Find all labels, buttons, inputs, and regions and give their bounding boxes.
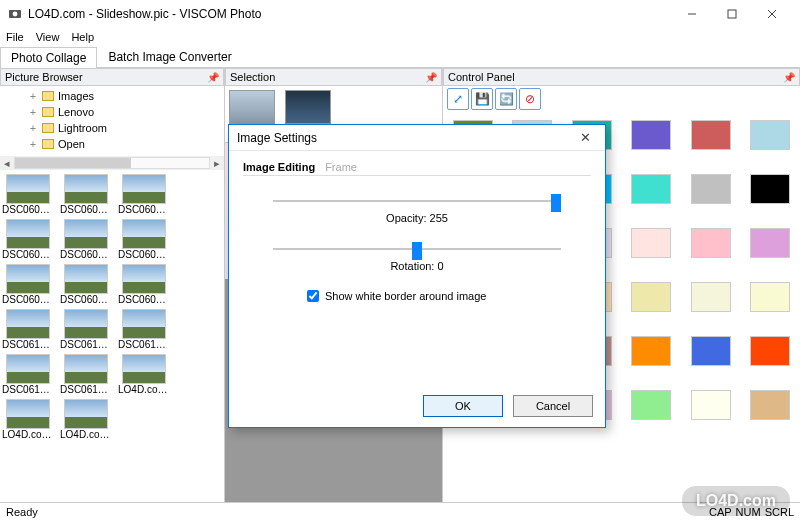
thumbnail[interactable]: LO4D.com - Star Fish.jp.. <box>60 399 112 440</box>
thumbnail-caption: DSC06102.. <box>2 339 54 350</box>
thumbnail[interactable]: DSC06075.. <box>2 219 54 260</box>
thumbnail[interactable]: DSC06055.. <box>60 174 112 215</box>
thumbnail-image <box>6 264 50 294</box>
template-thumb[interactable] <box>691 390 731 420</box>
template-thumb[interactable] <box>631 390 671 420</box>
template-thumb[interactable] <box>750 336 790 366</box>
scroll-left-icon[interactable]: ◂ <box>0 157 14 170</box>
folder-tree[interactable]: +Images +Lenovo +Lightroom +Open <box>0 86 224 156</box>
refresh-icon[interactable]: 🔄 <box>495 88 517 110</box>
thumbnail[interactable]: DSC06087.. <box>2 264 54 305</box>
template-thumb[interactable] <box>691 120 731 150</box>
white-border-checkbox[interactable]: Show white border around image <box>307 290 591 302</box>
template-thumb[interactable] <box>691 174 731 204</box>
thumbnail[interactable]: DSC06106.. <box>60 354 112 395</box>
thumbnail-image <box>122 264 166 294</box>
opacity-slider[interactable] <box>273 192 561 210</box>
dialog-titlebar[interactable]: Image Settings ✕ <box>229 125 605 151</box>
thumbnail-image <box>6 219 50 249</box>
template-thumb[interactable] <box>691 282 731 312</box>
thumbnail[interactable]: DSC06080.. <box>118 219 170 260</box>
scroll-right-icon[interactable]: ▸ <box>210 157 224 170</box>
pin-icon[interactable]: 📌 <box>207 72 219 83</box>
svg-rect-3 <box>728 10 736 18</box>
selection-thumb[interactable] <box>285 90 331 124</box>
template-thumb[interactable] <box>631 336 671 366</box>
thumbnail-image <box>122 174 166 204</box>
menu-file[interactable]: File <box>4 31 26 43</box>
dialog-body: Image Editing Frame Opacity: 255 Rotatio… <box>229 151 605 387</box>
cancel-button[interactable]: Cancel <box>513 395 593 417</box>
rotation-slider[interactable] <box>273 240 561 258</box>
picture-browser-header: Picture Browser 📌 <box>0 68 224 86</box>
checkbox-label: Show white border around image <box>325 290 486 302</box>
thumbnail-caption: DSC06066.. <box>118 204 170 215</box>
thumbnail-caption: LO4D.com - Fritz.tif <box>2 429 54 440</box>
thumbnail[interactable]: DSC06052.. <box>2 174 54 215</box>
tab-image-editing[interactable]: Image Editing <box>243 159 315 175</box>
save-icon[interactable]: 💾 <box>471 88 493 110</box>
thumbnail[interactable]: DSC06078.. <box>60 219 112 260</box>
thumbnail-image <box>64 219 108 249</box>
minimize-button[interactable] <box>672 2 712 26</box>
delete-icon[interactable]: ⊘ <box>519 88 541 110</box>
template-thumb[interactable] <box>750 228 790 258</box>
tab-batch-converter[interactable]: Batch Image Converter <box>97 46 242 67</box>
template-thumb[interactable] <box>631 228 671 258</box>
pin-icon[interactable]: 📌 <box>425 72 437 83</box>
thumbnail-image <box>6 174 50 204</box>
selection-thumb[interactable] <box>229 90 275 124</box>
tree-item[interactable]: +Images <box>28 88 220 104</box>
template-thumb[interactable] <box>691 228 731 258</box>
svg-point-1 <box>13 12 18 17</box>
thumbnail-image <box>6 399 50 429</box>
maximize-button[interactable] <box>712 2 752 26</box>
slider-knob[interactable] <box>551 194 561 212</box>
thumbnail[interactable]: DSC06105.. <box>2 354 54 395</box>
thumbnail[interactable]: LO4D.com - Fritz.tif <box>2 399 54 440</box>
thumbnail[interactable]: DSC06066.. <box>118 174 170 215</box>
tab-frame[interactable]: Frame <box>325 159 357 175</box>
thumbnail[interactable]: DSC06102.. <box>2 309 54 350</box>
dialog-close-icon[interactable]: ✕ <box>573 130 597 145</box>
thumbnail-image <box>122 354 166 384</box>
template-thumb[interactable] <box>750 390 790 420</box>
picture-browser-title: Picture Browser <box>5 71 83 83</box>
thumbnail[interactable]: LO4D.com - Clownfish.. <box>118 354 170 395</box>
template-thumb[interactable] <box>750 282 790 312</box>
template-thumb[interactable] <box>750 120 790 150</box>
dialog-tabs: Image Editing Frame <box>243 159 591 176</box>
ok-button[interactable]: OK <box>423 395 503 417</box>
scroll-thumb[interactable] <box>15 158 131 168</box>
template-thumb[interactable] <box>691 336 731 366</box>
slider-knob[interactable] <box>412 242 422 260</box>
window-controls <box>672 2 792 26</box>
thumbnail-caption: DSC06105.. <box>2 384 54 395</box>
tab-photo-collage[interactable]: Photo Collage <box>0 47 97 68</box>
expand-icon[interactable]: ⤢ <box>447 88 469 110</box>
tree-item[interactable]: +Lenovo <box>28 104 220 120</box>
thumbnail-caption: DSC06055.. <box>60 204 112 215</box>
template-thumb[interactable] <box>631 120 671 150</box>
menu-help[interactable]: Help <box>69 31 96 43</box>
template-thumb[interactable] <box>631 282 671 312</box>
close-button[interactable] <box>752 2 792 26</box>
thumbnail-caption: DSC06080.. <box>118 249 170 260</box>
checkbox-input[interactable] <box>307 290 319 302</box>
template-thumb[interactable] <box>750 174 790 204</box>
thumbnail-image <box>6 354 50 384</box>
scroll-track[interactable] <box>14 157 210 169</box>
thumbnail-caption: DSC06092.. <box>118 294 170 305</box>
tree-item[interactable]: +Open <box>28 136 220 152</box>
app-icon <box>8 7 22 21</box>
menu-view[interactable]: View <box>34 31 62 43</box>
thumbnail[interactable]: DSC06103.. <box>60 309 112 350</box>
control-panel-header: Control Panel 📌 <box>443 68 800 86</box>
template-thumb[interactable] <box>631 174 671 204</box>
pin-icon[interactable]: 📌 <box>783 72 795 83</box>
thumbnail[interactable]: DSC06089.. <box>60 264 112 305</box>
tree-hscrollbar[interactable]: ◂ ▸ <box>0 156 224 170</box>
tree-item[interactable]: +Lightroom <box>28 120 220 136</box>
thumbnail[interactable]: DSC06092.. <box>118 264 170 305</box>
thumbnail[interactable]: DSC06104.. <box>118 309 170 350</box>
